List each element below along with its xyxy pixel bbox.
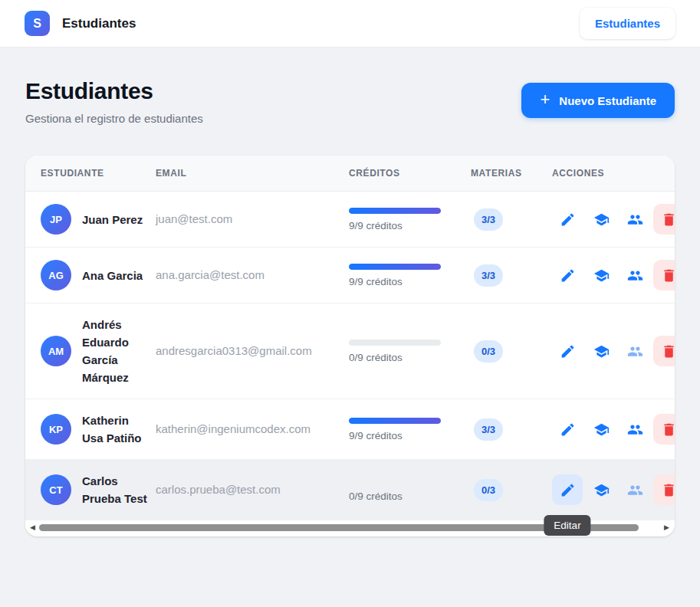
credits-progress-fill — [349, 418, 441, 424]
trash-icon — [661, 212, 675, 228]
student-table-row: KP Katherin Usa Patiño katherin@ingenium… — [25, 399, 675, 460]
people-icon — [627, 482, 643, 498]
credits-label: 9/9 créditos — [349, 430, 471, 441]
pencil-icon — [560, 212, 576, 228]
group-button[interactable] — [619, 336, 650, 366]
table-header-row: Estudiante Email Créditos Materias Accio… — [25, 156, 675, 192]
student-cell: JP Juan Perez — [25, 204, 156, 235]
topbar: S Estudiantes Estudiantes — [0, 0, 700, 48]
brand: S Estudiantes — [25, 11, 136, 36]
credits-label: 0/9 créditos — [349, 491, 471, 502]
student-name: Andrés Eduardo García Márquez — [82, 316, 153, 386]
table-body: JP Juan Perez juan@test.com 9/9 créditos… — [25, 192, 675, 520]
student-table-row: JP Juan Perez juan@test.com 9/9 créditos… — [25, 192, 675, 248]
edit-button[interactable] — [552, 260, 583, 290]
credits-cell: 9/9 créditos — [349, 418, 471, 441]
column-header-creditos: Créditos — [349, 168, 471, 179]
student-table-row: AG Ana Garcia ana.garcia@test.com 9/9 cr… — [25, 248, 675, 304]
trash-icon — [661, 422, 675, 438]
column-header-acciones: Acciones — [552, 168, 675, 179]
subjects-button[interactable] — [586, 414, 616, 445]
actions-cell — [552, 414, 675, 445]
actions-cell — [552, 260, 675, 290]
scroll-left-arrow-icon[interactable]: ◀ — [30, 523, 35, 533]
email-cell: ana.garcia@test.com — [156, 268, 349, 282]
student-cell: AG Ana Garcia — [25, 260, 156, 290]
group-button[interactable] — [619, 474, 650, 505]
delete-button[interactable] — [653, 336, 675, 366]
trash-icon — [661, 267, 675, 284]
edit-tooltip: Editar — [544, 515, 590, 536]
student-name: Katherin Usa Patiño — [82, 412, 153, 447]
app-logo-letter: S — [33, 17, 41, 31]
page-title: Estudiantes — [25, 78, 203, 104]
avatar-initials: AG — [48, 270, 64, 281]
materias-badge: 3/3 — [474, 264, 503, 287]
avatar: KP — [41, 414, 71, 445]
group-button[interactable] — [619, 414, 650, 445]
group-button[interactable] — [619, 260, 650, 290]
actions-cell — [552, 204, 675, 235]
avatar-initials: JP — [50, 214, 62, 225]
materias-cell: 3/3 — [471, 418, 552, 441]
trash-icon — [661, 343, 675, 359]
scroll-right-arrow-icon[interactable]: ▶ — [664, 523, 669, 533]
credits-progress-bar — [349, 208, 441, 214]
graduation-cap-icon — [593, 343, 610, 359]
materias-badge: 0/3 — [474, 479, 503, 501]
pencil-icon — [560, 343, 576, 359]
new-student-button-label: Nuevo Estudiante — [559, 94, 656, 107]
materias-cell: 3/3 — [471, 208, 552, 231]
student-cell: CT Carlos Prueba Test — [25, 472, 156, 507]
student-cell: AM Andrés Eduardo García Márquez — [25, 316, 156, 386]
new-student-button[interactable]: + Nuevo Estudiante — [521, 83, 675, 118]
people-icon — [627, 343, 643, 359]
delete-button[interactable] — [653, 474, 675, 505]
credits-label: 0/9 créditos — [349, 352, 471, 363]
edit-button[interactable] — [552, 204, 583, 235]
student-email: juan@test.com — [156, 212, 232, 225]
materias-badge: 0/3 — [474, 340, 503, 363]
delete-button[interactable] — [653, 414, 675, 445]
email-cell: andresgarcia0313@gmail.com — [156, 344, 349, 358]
materias-badge: 3/3 — [474, 418, 503, 441]
pencil-icon — [560, 267, 576, 284]
subjects-button[interactable] — [586, 204, 616, 235]
trash-icon — [661, 482, 675, 498]
student-cell: KP Katherin Usa Patiño — [25, 412, 156, 447]
delete-button[interactable] — [653, 260, 675, 290]
graduation-cap-icon — [593, 482, 610, 498]
page-header: Estudiantes Gestiona el registro de estu… — [25, 78, 675, 125]
credits-progress-bar — [349, 264, 441, 270]
column-header-email: Email — [156, 168, 349, 179]
people-icon — [627, 267, 643, 284]
edit-button[interactable]: Editar — [552, 474, 583, 505]
student-email: carlos.prueba@test.com — [156, 483, 281, 496]
nav-estudiantes-button[interactable]: Estudiantes — [580, 8, 675, 39]
credits-progress-fill — [349, 264, 441, 270]
avatar: AG — [41, 260, 71, 290]
edit-button[interactable] — [552, 414, 583, 445]
credits-progress-fill — [349, 208, 441, 214]
page-header-text: Estudiantes Gestiona el registro de estu… — [25, 78, 203, 125]
plus-icon: + — [540, 91, 550, 108]
pencil-icon — [560, 422, 576, 438]
subjects-button[interactable] — [586, 260, 616, 290]
graduation-cap-icon — [593, 267, 610, 284]
student-name: Carlos Prueba Test — [82, 472, 153, 507]
email-cell: katherin@ingeniumcodex.com — [156, 422, 349, 436]
app-title: Estudiantes — [62, 16, 136, 31]
column-header-estudiante: Estudiante — [25, 168, 156, 179]
student-name: Juan Perez — [82, 211, 153, 228]
avatar: JP — [41, 204, 71, 235]
avatar-initials: AM — [48, 346, 64, 357]
group-button[interactable] — [619, 204, 650, 235]
students-table-card: Estudiante Email Créditos Materias Accio… — [25, 156, 675, 536]
delete-button[interactable] — [653, 204, 675, 235]
actions-cell — [552, 336, 675, 366]
subjects-button[interactable] — [586, 474, 616, 505]
edit-button[interactable] — [552, 336, 583, 366]
subjects-button[interactable] — [586, 336, 616, 366]
avatar-initials: CT — [49, 484, 62, 496]
column-header-materias: Materias — [471, 168, 552, 179]
